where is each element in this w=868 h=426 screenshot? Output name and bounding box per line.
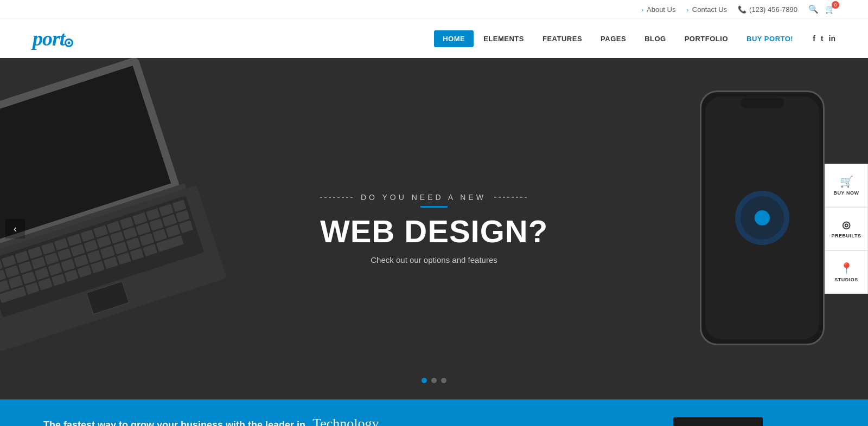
cart-icon[interactable]: 🛒 0 xyxy=(825,4,835,14)
nav-pages[interactable]: PAGES xyxy=(592,30,635,47)
cta-main-text: The fastest way to grow your business wi… xyxy=(43,416,379,426)
nav-portfolio[interactable]: PORTFOLIO xyxy=(676,30,737,47)
hero-section: DO YOU NEED A NEW WEB DESIGN? Check out … xyxy=(0,58,868,399)
about-us-link[interactable]: › About Us xyxy=(641,5,675,14)
prebuilts-float-icon: ◎ xyxy=(842,219,851,231)
slider-prev-button[interactable]: ‹ xyxy=(5,219,25,238)
search-icon[interactable]: 🔍 xyxy=(808,4,819,14)
cart-float-icon: 🛒 xyxy=(840,175,853,188)
phone-icon: 📞 xyxy=(738,5,746,14)
hero-subtitle: DO YOU NEED A NEW xyxy=(320,193,548,202)
cta-actions: Get Started Now or learn more. xyxy=(673,417,825,427)
header-top-bar: › About Us › Contact Us 📞 (123) 456-7890… xyxy=(0,0,868,19)
prebuilts-float-button[interactable]: ◎ PREBUILTS xyxy=(825,207,868,250)
decorative-line-right xyxy=(494,197,527,198)
get-started-button[interactable]: Get Started Now xyxy=(673,417,763,427)
slider-dot-2[interactable] xyxy=(431,378,437,383)
buy-now-float-button[interactable]: 🛒 BUY NOW xyxy=(825,164,868,207)
decorative-line-left xyxy=(320,197,353,198)
hero-content: DO YOU NEED A NEW WEB DESIGN? Check out … xyxy=(320,193,548,264)
slider-dot-1[interactable] xyxy=(422,378,427,383)
twitter-link[interactable]: t xyxy=(821,34,824,43)
facebook-link[interactable]: f xyxy=(813,34,815,43)
nav-features[interactable]: FEATURES xyxy=(534,30,591,47)
cta-text-block: The fastest way to grow your business wi… xyxy=(43,416,379,426)
social-links: f t in xyxy=(813,34,835,43)
nav-home[interactable]: HOME xyxy=(434,30,474,47)
slider-dot-3[interactable] xyxy=(441,378,446,383)
arrow-icon-2: › xyxy=(686,7,688,13)
nav-buy-porto[interactable]: BUY PORTO! xyxy=(738,30,802,47)
site-logo[interactable]: port xyxy=(33,27,73,50)
slider-dots xyxy=(422,378,446,383)
header-icons: 🔍 🛒 0 xyxy=(808,4,835,14)
linkedin-link[interactable]: in xyxy=(829,34,835,43)
hero-underline-accent xyxy=(420,206,448,208)
hero-main-title: WEB DESIGN? xyxy=(320,216,548,247)
studios-float-icon: 📍 xyxy=(840,262,853,275)
cart-badge: 0 xyxy=(832,1,839,9)
logo-text: port xyxy=(33,27,73,50)
cta-section: The fastest way to grow your business wi… xyxy=(0,399,868,426)
floating-sidebar: 🛒 BUY NOW ◎ PREBUILTS 📍 STUDIOS xyxy=(825,164,868,294)
phone-visual xyxy=(700,91,825,345)
site-header: › About Us › Contact Us 📞 (123) 456-7890… xyxy=(0,0,868,58)
main-navigation: HOME ELEMENTS FEATURES PAGES BLOG PORTFO… xyxy=(434,30,802,47)
twitter-icon: t xyxy=(821,34,824,43)
hero-description: Check out our options and features xyxy=(320,255,548,264)
nav-elements[interactable]: ELEMENTS xyxy=(475,30,533,47)
arrow-icon: › xyxy=(641,7,643,13)
header-main: port HOME ELEMENTS FEATURES PAGES BLOG P… xyxy=(0,19,868,58)
contact-us-link[interactable]: › Contact Us xyxy=(686,5,727,14)
facebook-icon: f xyxy=(813,34,815,43)
phone-number: 📞 (123) 456-7890 xyxy=(738,5,797,14)
studios-float-button[interactable]: 📍 STUDIOS xyxy=(825,250,868,294)
linkedin-icon: in xyxy=(829,34,835,43)
nav-blog[interactable]: BLOG xyxy=(636,30,675,47)
